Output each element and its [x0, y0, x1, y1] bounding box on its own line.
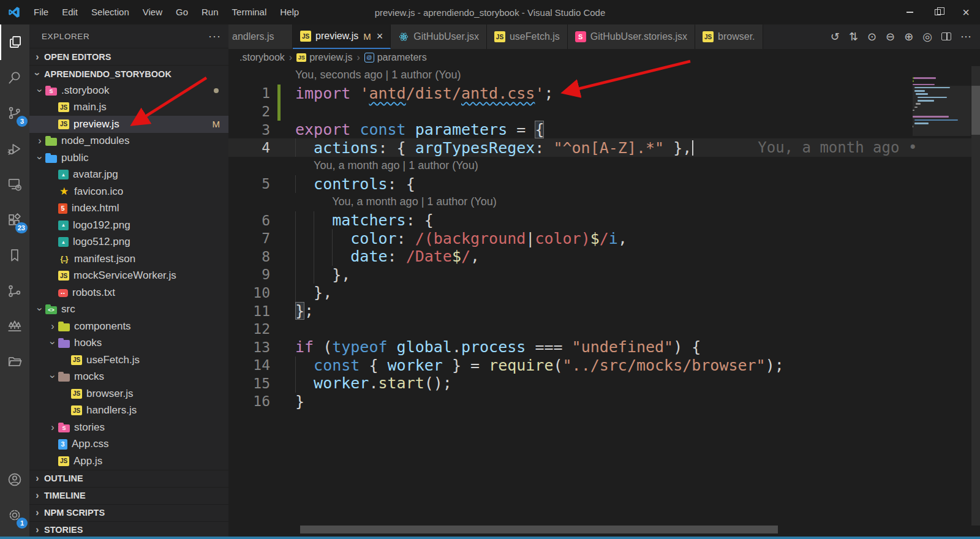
- breadcrumb-storybook[interactable]: .storybook: [239, 52, 285, 63]
- timeline-icon[interactable]: ↺: [831, 31, 840, 42]
- line-number[interactable]: 15: [228, 375, 276, 391]
- codelens-text[interactable]: You, a month ago | 1 author (You): [281, 157, 478, 175]
- tree-item-components[interactable]: ›components: [29, 318, 228, 335]
- tree-item-usefetch-js[interactable]: JSuseFetch.js: [29, 352, 228, 369]
- account-icon[interactable]: [0, 462, 29, 497]
- tree-item-preview-js[interactable]: JSpreview.jsM: [29, 116, 228, 133]
- tree-item-mocks[interactable]: ›mocks: [29, 369, 228, 386]
- line-content[interactable]: }: [281, 393, 304, 411]
- close-button[interactable]: ×: [952, 0, 980, 24]
- line-content[interactable]: },: [281, 284, 332, 302]
- line-number[interactable]: 11: [228, 303, 276, 319]
- section-timeline[interactable]: › TIMELINE: [29, 487, 228, 504]
- code-line-9[interactable]: 9 },: [228, 266, 980, 284]
- line-number[interactable]: 2: [228, 104, 276, 119]
- line-content[interactable]: date: /Date$/,: [281, 247, 480, 266]
- tree-item-src[interactable]: ›<>src: [29, 301, 228, 318]
- section-outline[interactable]: › OUTLINE: [29, 470, 228, 487]
- search-icon[interactable]: [0, 60, 29, 96]
- menu-file[interactable]: File: [27, 0, 55, 24]
- previous-change-icon[interactable]: ⊖: [886, 31, 895, 42]
- line-number[interactable]: 12: [228, 321, 276, 337]
- tab-usefetch-js[interactable]: JSuseFetch.js: [487, 24, 568, 49]
- code-line-6[interactable]: 6 matchers: {: [228, 211, 980, 230]
- code-editor[interactable]: You, seconds ago | 1 author (You)1import…: [228, 66, 980, 537]
- minimap-slider[interactable]: [913, 86, 971, 136]
- line-number[interactable]: 9: [228, 266, 276, 282]
- line-content[interactable]: },: [281, 266, 350, 284]
- section-root-folder[interactable]: › APRENDIENDO_STORYBOOK: [29, 65, 228, 82]
- tree-item-handlers-js[interactable]: JShandlers.js: [29, 402, 228, 420]
- line-content[interactable]: controls: {: [281, 175, 415, 194]
- bookmarks-icon[interactable]: [0, 238, 29, 273]
- code-line-2[interactable]: 2: [228, 102, 980, 121]
- tree-item-index-html[interactable]: 5index.html: [29, 200, 228, 217]
- gitlens-icon[interactable]: ◎: [922, 31, 932, 42]
- tree-item-mockserviceworker-js[interactable]: JSmockServiceWorker.js: [29, 268, 228, 285]
- codelens-text[interactable]: You, a month ago | 1 author (You): [281, 193, 497, 211]
- menu-go[interactable]: Go: [169, 0, 195, 24]
- code-line-10[interactable]: 10 },: [228, 284, 980, 302]
- line-number[interactable]: 14: [228, 357, 276, 373]
- line-content[interactable]: import 'antd/dist/antd.css';: [281, 85, 554, 103]
- open-changes-icon[interactable]: ⊙: [867, 31, 876, 42]
- tree-item-favicon-ico[interactable]: ★favicon.ico: [29, 183, 228, 200]
- explorer-icon[interactable]: [0, 24, 29, 60]
- minimize-button[interactable]: [895, 0, 924, 24]
- tab-githubuser-stories-jsx[interactable]: SGitHubUser.stories.jsx: [568, 24, 695, 49]
- line-number[interactable]: 16: [228, 393, 276, 409]
- section-stories[interactable]: › STORIES: [29, 521, 228, 537]
- codelens[interactable]: You, seconds ago | 1 author (You): [228, 66, 980, 85]
- code-line-8[interactable]: 8 date: /Date$/,: [228, 247, 980, 266]
- minimap[interactable]: [913, 77, 971, 524]
- breadcrumb-preview-js[interactable]: JSpreview.js: [296, 52, 352, 63]
- line-number[interactable]: 8: [228, 249, 276, 265]
- menu-run[interactable]: Run: [195, 0, 225, 24]
- code-line-15[interactable]: 15 worker.start();: [228, 374, 980, 393]
- tab-andlers-js[interactable]: andlers.js: [228, 24, 293, 49]
- line-number[interactable]: 13: [228, 339, 276, 355]
- source-control-icon[interactable]: 3: [0, 96, 29, 131]
- tree-item-avatar-jpg[interactable]: ▲avatar.jpg: [29, 167, 228, 184]
- tab-githubuser-jsx[interactable]: GitHubUser.jsx: [391, 24, 487, 49]
- code-line-12[interactable]: 12: [228, 320, 980, 338]
- code-line-11[interactable]: 11};: [228, 302, 980, 320]
- codelens-text[interactable]: You, seconds ago | 1 author (You): [281, 66, 461, 85]
- tree-item-storybook[interactable]: ›S.storybook: [29, 82, 228, 99]
- line-number[interactable]: 3: [228, 122, 276, 138]
- tree-item-hooks[interactable]: ›hooks: [29, 335, 228, 352]
- code-line-1[interactable]: 1import 'antd/dist/antd.css';: [228, 85, 980, 103]
- close-tab-icon[interactable]: ×: [377, 30, 383, 43]
- tree-item-browser-js[interactable]: JSbrowser.js: [29, 385, 228, 402]
- tree-item-logo192-png[interactable]: ▲logo192.png: [29, 217, 228, 234]
- more-actions-icon[interactable]: ⋯: [960, 31, 971, 42]
- code-line-14[interactable]: 14 const { worker } = require("../src/mo…: [228, 356, 980, 375]
- tree-item-logo512-png[interactable]: ▲logo512.png: [29, 234, 228, 251]
- line-number[interactable]: 6: [228, 213, 276, 228]
- line-number[interactable]: 7: [228, 230, 276, 246]
- trees-icon[interactable]: [0, 309, 29, 344]
- tree-item-app-js[interactable]: JSApp.js: [29, 453, 228, 470]
- line-content[interactable]: export const parameters = {: [281, 121, 544, 139]
- tree-item-node-modules[interactable]: ›node_modules: [29, 133, 228, 150]
- line-number[interactable]: 1: [228, 85, 276, 101]
- menu-terminal[interactable]: Terminal: [225, 0, 274, 24]
- codelens[interactable]: You, a month ago | 1 author (You): [228, 193, 980, 211]
- line-content[interactable]: [281, 102, 295, 121]
- project-manager-icon[interactable]: [0, 344, 29, 380]
- split-editor-icon[interactable]: [941, 31, 951, 42]
- line-content[interactable]: color: /(background|color)$/i,: [281, 229, 627, 247]
- tab-browser[interactable]: JSbrowser.: [695, 24, 763, 49]
- horizontal-scrollbar[interactable]: [300, 526, 778, 533]
- tree-item-app-css[interactable]: 3App.css: [29, 436, 228, 453]
- tree-item-public[interactable]: ›public: [29, 149, 228, 167]
- code-line-3[interactable]: 3export const parameters = {: [228, 121, 980, 139]
- views-more-actions-icon[interactable]: ···: [208, 30, 221, 43]
- tab-preview-js[interactable]: JSpreview.jsM×: [293, 24, 391, 49]
- line-number[interactable]: 4: [228, 140, 276, 156]
- line-content[interactable]: [281, 320, 295, 338]
- line-content[interactable]: };: [281, 302, 314, 320]
- section-npm-scripts[interactable]: › NPM SCRIPTS: [29, 504, 228, 521]
- line-content[interactable]: const { worker } = require("../src/mocks…: [281, 356, 784, 375]
- line-content[interactable]: worker.start();: [281, 374, 452, 393]
